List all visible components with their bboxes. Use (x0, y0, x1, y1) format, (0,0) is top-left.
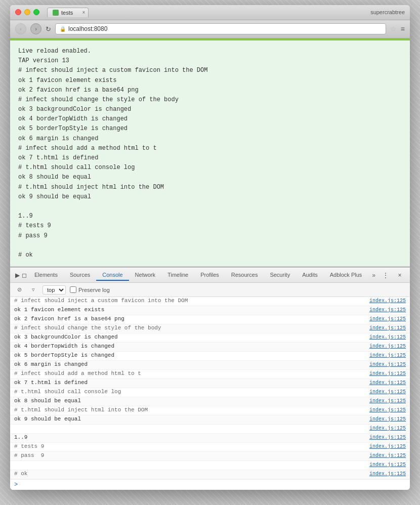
inspect-element-button[interactable]: ▶ (14, 269, 20, 281)
console-row: # okindex.js:125 (10, 470, 410, 479)
browser-controls: supercrabtree (370, 9, 405, 15)
console-source-link[interactable]: index.js:125 (369, 353, 406, 358)
console-source-link[interactable]: index.js:125 (369, 362, 406, 367)
console-row: index.js:125 (10, 425, 410, 434)
refresh-button[interactable]: ↻ (46, 25, 51, 33)
devtools-tab-console[interactable]: Console (96, 270, 129, 281)
back-button[interactable]: ‹ (15, 23, 26, 34)
console-source-link[interactable]: index.js:125 (369, 325, 406, 331)
user-label: supercrabtree (370, 9, 405, 15)
console-source-link[interactable]: index.js:125 (369, 444, 406, 449)
preserve-log-checkbox[interactable] (70, 286, 76, 293)
console-row-text: 1..9 (14, 434, 365, 440)
console-row: ok 1 favicon element existsindex.js:125 (10, 306, 410, 315)
devtools-tab-security[interactable]: Security (264, 270, 296, 281)
console-output: # infect should inject a custom favicon … (10, 297, 410, 479)
devtools-tab-sources[interactable]: Sources (64, 270, 96, 281)
console-source-link[interactable]: index.js:125 (369, 398, 406, 404)
console-source-link[interactable]: index.js:125 (369, 471, 406, 477)
console-row: ok 9 should be equalindex.js:125 (10, 415, 410, 425)
console-row-text: ok 6 margin is changed (14, 361, 365, 367)
console-row-text: ok 4 borderTopWidth is changed (14, 343, 365, 349)
address-bar[interactable]: 🔒 localhost:8080 (55, 23, 386, 34)
devtools-tab-elements[interactable]: Elements (28, 270, 64, 281)
main-content-line (18, 202, 402, 212)
cursor-icon: ▶ (15, 272, 20, 279)
devtools-tab-timeline[interactable]: Timeline (161, 270, 194, 281)
console-source-link[interactable]: index.js:125 (369, 380, 406, 386)
devtools-settings-button[interactable]: ⋮ (380, 269, 392, 281)
mobile-icon: ◻ (22, 272, 27, 279)
console-source-link[interactable]: index.js:125 (369, 416, 406, 422)
console-row-text: ok 3 backgroundColor is changed (14, 334, 365, 340)
console-source-link[interactable]: index.js:125 (369, 453, 406, 458)
devtools-tab-audits[interactable]: Audits (296, 270, 324, 281)
console-source-link[interactable]: index.js:125 (369, 344, 406, 349)
console-row-text: ok 9 should be equal (14, 416, 365, 422)
console-row: # infect should inject a custom favicon … (10, 297, 410, 306)
console-source-link[interactable]: index.js:125 (369, 307, 406, 313)
console-row-text: # ok (14, 471, 365, 477)
clear-console-button[interactable]: ⊘ (14, 285, 24, 295)
filter-toggle-button[interactable]: ▿ (28, 285, 38, 295)
browser-tab[interactable]: tests × (47, 8, 89, 17)
devtools-tab-resources[interactable]: Resources (225, 270, 264, 281)
main-content-line: ok 8 should be equal (18, 173, 402, 182)
log-level-select[interactable]: top (43, 285, 66, 294)
devtools-close-button[interactable]: × (394, 269, 406, 281)
menu-button[interactable]: ≡ (401, 25, 405, 33)
console-row: ok 6 margin is changedindex.js:125 (10, 361, 410, 370)
console-filter-bar: ⊘ ▿ top Preserve log (10, 283, 410, 297)
console-source-link[interactable]: index.js:125 (369, 426, 406, 431)
console-row: # tests 9index.js:125 (10, 443, 410, 452)
title-bar: tests × supercrabtree (10, 5, 410, 20)
console-source-link[interactable]: index.js:125 (369, 462, 406, 468)
devtools-tab-network[interactable]: Network (129, 270, 161, 281)
minimize-button[interactable] (24, 9, 30, 15)
console-row: ok 7 t.html is definedindex.js:125 (10, 379, 410, 388)
main-content-line: # pass 9 (18, 231, 402, 241)
bookmark-button[interactable]: ☆ (390, 25, 397, 33)
main-content-line: 1..9 (18, 212, 402, 221)
console-row-text: ok 1 favicon element exists (14, 307, 365, 313)
console-input[interactable] (20, 482, 406, 488)
more-tabs-button[interactable]: » (369, 272, 379, 279)
console-row-text: ok 5 borderTopStyle is changed (14, 352, 365, 358)
console-source-link[interactable]: index.js:125 (369, 407, 406, 413)
console-row: index.js:125 (10, 461, 410, 470)
traffic-lights (15, 9, 39, 15)
main-content: Live reload enabled.TAP version 13# infe… (10, 40, 410, 267)
refresh-icon: ↻ (46, 25, 51, 33)
tab-bar: tests × (47, 8, 89, 17)
maximize-button[interactable] (33, 9, 39, 15)
tab-favicon (53, 10, 59, 16)
console-row-text (14, 425, 365, 431)
console-row: # pass 9index.js:125 (10, 452, 410, 461)
console-source-link[interactable]: index.js:125 (369, 371, 406, 376)
console-input-row[interactable]: > (10, 479, 410, 490)
device-mode-button[interactable]: ◻ (21, 269, 27, 281)
console-source-link[interactable]: index.js:125 (369, 298, 406, 304)
devtools-tabs: ElementsSourcesConsoleNetworkTimelinePro… (28, 270, 368, 281)
console-row-text: # t.html should inject html into the DOM (14, 407, 365, 413)
url-text: localhost:8080 (68, 25, 107, 32)
console-row: 1..9index.js:125 (10, 434, 410, 443)
back-icon: ‹ (20, 26, 22, 32)
main-content-line: TAP version 13 (18, 56, 402, 66)
browser-window: tests × supercrabtree ‹ › ↻ 🔒 localhost:… (10, 5, 410, 490)
console-source-link[interactable]: index.js:125 (369, 334, 406, 340)
tab-close-icon[interactable]: × (82, 10, 85, 15)
console-row-text: # infect should change the style of the … (14, 325, 365, 331)
main-content-line: ok 4 borderTopWidth is changed (18, 114, 402, 124)
main-content-line: # infect should inject a custom favicon … (18, 66, 402, 75)
preserve-log-label[interactable]: Preserve log (70, 286, 110, 293)
console-row-text (14, 461, 365, 468)
console-source-link[interactable]: index.js:125 (369, 316, 406, 322)
console-source-link[interactable]: index.js:125 (369, 389, 406, 395)
close-button[interactable] (15, 9, 21, 15)
main-content-line (18, 241, 402, 250)
forward-button[interactable]: › (30, 23, 41, 34)
console-source-link[interactable]: index.js:125 (369, 435, 406, 440)
devtools-tab-adblock-plus[interactable]: Adblock Plus (324, 270, 368, 281)
devtools-tab-profiles[interactable]: Profiles (194, 270, 225, 281)
